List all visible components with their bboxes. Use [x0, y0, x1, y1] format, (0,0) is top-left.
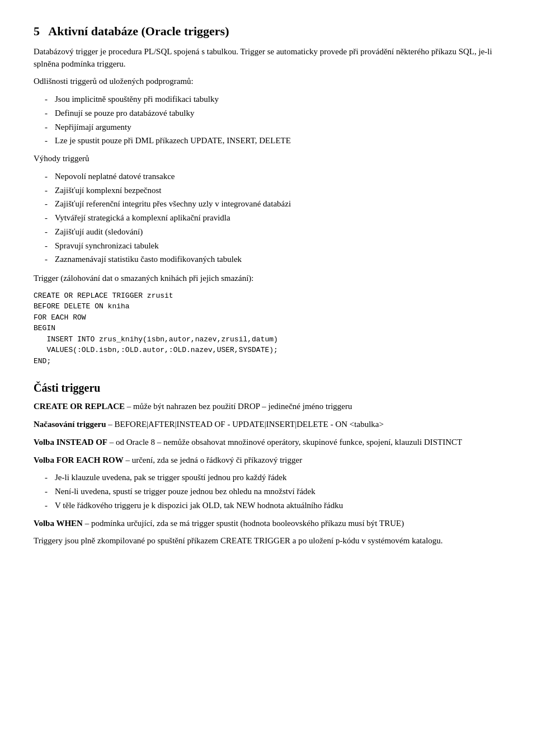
page-heading: 5 Aktivní databáze (Oracle triggers)	[34, 22, 503, 40]
parts-section: Části triggeru CREATE OR REPLACE – může …	[34, 380, 503, 547]
parts-heading: Části triggeru	[34, 380, 503, 396]
heading-title: Aktivní databáze (Oracle triggers)	[48, 24, 229, 38]
for-each-row-text: – určení, zda se jedná o řádkový či přík…	[125, 456, 302, 464]
list-item: Nepovolí neplatné datové transakce	[45, 171, 503, 183]
create-or-replace-text: – může být nahrazen bez použití DROP – j…	[127, 402, 352, 411]
compiled-text: Triggery jsou plně zkompilované po spušt…	[34, 535, 503, 547]
list-item: Lze je spustit pouze při DML příkazech U…	[45, 135, 503, 147]
when-line: Volba WHEN – podmínka určující, zda se m…	[34, 518, 503, 530]
trigger-example-description: Trigger (zálohování dat o smazaných knih…	[34, 273, 503, 285]
trigger-example-code: CREATE OR REPLACE TRIGGER zrusit BEFORE …	[34, 290, 503, 367]
advantages-list: Nepovolí neplatné datové transakce Zajiš…	[45, 171, 503, 266]
when-label: Volba WHEN	[34, 519, 83, 528]
intro-p1: Databázový trigger je procedura PL/SQL s…	[34, 46, 503, 71]
list-item: Zajišťují referenční integritu přes všec…	[45, 198, 503, 210]
list-item: V těle řádkového triggeru je k dispozici…	[45, 500, 503, 512]
list-item: Jsou implicitně spouštěny při modifikaci…	[45, 93, 503, 106]
for-each-row-line: Volba FOR EACH ROW – určení, zda se jedn…	[34, 454, 503, 467]
heading-number: 5	[34, 24, 40, 38]
create-or-replace-line: CREATE OR REPLACE – může být nahrazen be…	[34, 401, 503, 413]
timing-label: Načasování triggeru	[34, 420, 106, 429]
list-item: Zaznamenávají statistiku často modifikov…	[45, 253, 503, 266]
for-each-row-list: Je-li klauzule uvedena, pak se trigger s…	[45, 472, 503, 511]
list-item: Vytvářejí strategická a komplexní aplika…	[45, 212, 503, 224]
timing-text: – BEFORE|AFTER|INSTEAD OF - UPDATE|INSER…	[108, 420, 384, 429]
advantages-heading: Výhody triggerů	[34, 153, 503, 165]
trigger-example-section: Trigger (zálohování dat o smazaných knih…	[34, 273, 503, 367]
differences-heading: Odlišnosti triggerů od uložených podprog…	[34, 76, 503, 88]
timing-line: Načasování triggeru – BEFORE|AFTER|INSTE…	[34, 419, 503, 431]
instead-of-line: Volba INSTEAD OF – od Oracle 8 – nemůže …	[34, 436, 503, 449]
create-or-replace-label: CREATE OR REPLACE	[34, 402, 125, 411]
list-item: Definují se pouze pro databázové tabulky	[45, 107, 503, 120]
list-item: Není-li uvedena, spustí se trigger pouze…	[45, 486, 503, 498]
list-item: Zajišťují audit (sledování)	[45, 226, 503, 238]
list-item: Zajišťují komplexní bezpečnost	[45, 185, 503, 197]
list-item: Nepřijímají argumenty	[45, 121, 503, 134]
list-item: Spravují synchronizaci tabulek	[45, 240, 503, 252]
instead-of-text: – od Oracle 8 – nemůže obsahovat množino…	[110, 438, 463, 447]
instead-of-label: Volba INSTEAD OF	[34, 438, 107, 447]
when-text: – podmínka určující, zda se má trigger s…	[85, 519, 404, 528]
for-each-row-label: Volba FOR EACH ROW	[34, 456, 124, 464]
list-item: Je-li klauzule uvedena, pak se trigger s…	[45, 472, 503, 484]
intro-section: Databázový trigger je procedura PL/SQL s…	[34, 46, 503, 266]
differences-list: Jsou implicitně spouštěny při modifikaci…	[45, 93, 503, 147]
